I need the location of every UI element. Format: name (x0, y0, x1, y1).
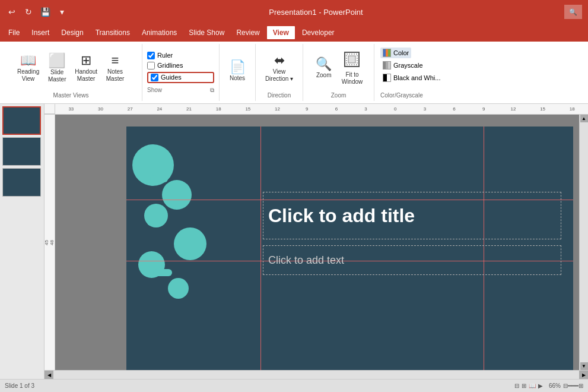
fit-window-svg (344, 51, 360, 68)
slide-master-button[interactable]: ⬜ SlideMaster (44, 51, 70, 86)
master-views-label: Master Views (53, 92, 89, 100)
menu-insert[interactable]: Insert (26, 26, 55, 39)
reading-view-icon[interactable]: 📖 (529, 382, 536, 389)
ribbon-group-direction: ⬌ ViewDirection ▾ Direction (256, 44, 303, 101)
ribbon-group-show: Ruler Gridlines Guides Show ⧉ (142, 44, 220, 101)
molecule-circle-2 (162, 180, 192, 210)
view-direction-button[interactable]: ⬌ ViewDirection ▾ (262, 52, 297, 85)
ruler-container: 33 30 27 24 21 18 15 12 9 6 3 0 3 6 9 12… (45, 104, 588, 379)
ruler-horizontal: 33 30 27 24 21 18 15 12 9 6 3 0 3 6 9 12… (45, 104, 588, 115)
scrollbar-down-button[interactable]: ▼ (580, 362, 588, 370)
color-label: Color (393, 49, 409, 56)
zoom-label: Zoom (316, 72, 332, 79)
guide-vertical-1 (260, 127, 261, 370)
notes-master-label: Notes Master (106, 68, 125, 83)
notes-button[interactable]: 📄 Notes (224, 58, 250, 84)
black-white-swatch (383, 74, 391, 82)
slide-canvas[interactable]: Click to add title Click to add text (55, 115, 579, 370)
slide-thumb-inner-2 (3, 138, 40, 165)
scrollbar-left-button[interactable]: ◀ (45, 371, 53, 380)
handout-master-label: Handout Master (75, 68, 97, 83)
handout-master-button[interactable]: ⊞ Handout Master (71, 52, 101, 85)
zoom-icon: 🔍 (316, 58, 332, 71)
show-expand-icon[interactable]: ⧉ (210, 87, 214, 94)
ruler-vertical: 48 45 42 39 36 33 30 27 (45, 115, 55, 370)
grayscale-swatch (383, 61, 391, 69)
scrollbar-right-button[interactable]: ▶ (579, 371, 588, 380)
zoom-group-label: Zoom (331, 92, 347, 100)
zoom-button[interactable]: 🔍 Zoom (311, 55, 337, 81)
menu-review[interactable]: Review (230, 26, 265, 39)
ribbon-group-master-views: 📖 ReadingView ⬜ SlideMaster ⊞ Handout Ma… (0, 44, 142, 101)
guides-checkbox[interactable] (151, 74, 158, 81)
reading-view-button[interactable]: 📖 ReadingView (14, 52, 43, 85)
slide-master-label: SlideMaster (48, 69, 66, 83)
menu-design[interactable]: Design (55, 26, 89, 39)
grayscale-label: Grayscale (393, 62, 423, 69)
normal-view-icon[interactable]: ⊟ (514, 382, 519, 389)
ruler-checkbox-row[interactable]: Ruler (147, 52, 214, 59)
scrollbar-up-button[interactable]: ▲ (580, 115, 588, 122)
ribbon-group-notes: 📄 Notes (220, 44, 256, 101)
gridlines-checkbox-row[interactable]: Gridlines (147, 62, 214, 69)
grayscale-button[interactable]: Grayscale (380, 60, 425, 71)
zoom-level: 66% (549, 382, 561, 389)
slide-thumb-1[interactable] (2, 106, 41, 135)
ribbon-group-color: Color Grayscale Black and Whi... Color/G… (374, 44, 457, 101)
slide-content: Click to add title Click to add text (126, 127, 573, 370)
menu-developer[interactable]: Developer (296, 26, 341, 39)
color-group-label: Color/Grayscale (380, 92, 423, 100)
ruler-label[interactable]: Ruler (157, 52, 173, 59)
title-bar: ↩ ↻ 💾 ▾ Presentation1 - PowerPoint 🔍 (0, 0, 588, 24)
master-views-buttons: 📖 ReadingView ⬜ SlideMaster ⊞ Handout Ma… (14, 45, 128, 91)
menu-transitions[interactable]: Transitions (90, 26, 136, 39)
reading-view-icon: 📖 (20, 54, 36, 67)
molecule-connector-1 (150, 175, 168, 182)
menu-slideshow[interactable]: Slide Show (183, 26, 230, 39)
black-white-button[interactable]: Black and Whi... (380, 72, 443, 83)
slideshow-icon[interactable]: ▶ (538, 382, 543, 389)
view-direction-icon: ⬌ (274, 54, 285, 67)
guides-label[interactable]: Guides (161, 74, 182, 81)
gridlines-checkbox[interactable] (147, 62, 155, 69)
slide-master-icon: ⬜ (48, 53, 66, 68)
fit-to-window-icon (344, 51, 360, 70)
back-icon[interactable]: ↩ (6, 6, 18, 18)
zoom-slider[interactable]: ⊟━━━⊞ (563, 382, 583, 389)
menu-file[interactable]: File (2, 26, 26, 39)
menu-view[interactable]: View (266, 25, 296, 40)
molecule-connector-2 (147, 219, 164, 226)
menu-bar: File Insert Design Transitions Animation… (0, 24, 588, 42)
guides-checkbox-row[interactable]: Guides (147, 72, 214, 83)
notes-master-button[interactable]: ≡ Notes Master (102, 52, 128, 85)
ruler-row: 48 45 42 39 36 33 30 27 (45, 115, 588, 370)
gridlines-label[interactable]: Gridlines (157, 62, 183, 69)
molecule-connector-3 (153, 269, 172, 276)
view-buttons[interactable]: ⊟ ⊞ 📖 ▶ (514, 382, 543, 389)
reading-view-label: ReadingView (17, 68, 39, 83)
save-icon[interactable]: 💾 (39, 6, 51, 18)
show-group-label: Show (147, 87, 162, 93)
scrollbar-horizontal[interactable]: ◀ ▶ (45, 370, 588, 379)
ruler-checkbox[interactable] (147, 52, 155, 59)
text-placeholder-text: Click to add text (268, 254, 344, 267)
slide-thumb-3[interactable] (2, 168, 41, 197)
direction-group-label: Direction (268, 92, 291, 100)
customize-icon[interactable]: ▾ (56, 6, 68, 18)
redo-icon[interactable]: ↻ (23, 6, 34, 18)
slide-thumb-2[interactable] (2, 137, 41, 166)
slide-sorter-icon[interactable]: ⊞ (522, 382, 526, 389)
scrollbar-vertical[interactable]: ▲ ▼ (579, 115, 588, 370)
fit-to-window-label: Fit toWindow (342, 71, 363, 86)
menu-animations[interactable]: Animations (136, 26, 183, 39)
text-placeholder[interactable]: Click to add text (263, 245, 561, 275)
search-button[interactable]: 🔍 (564, 5, 582, 19)
molecule-circle-6 (168, 278, 189, 299)
fit-to-window-button[interactable]: Fit toWindow (338, 49, 367, 88)
molecule-circle-4 (174, 227, 206, 260)
title-placeholder[interactable]: Click to add title (263, 192, 561, 239)
slide-panel[interactable] (0, 104, 45, 379)
color-button[interactable]: Color (380, 48, 411, 58)
slide-thumb-inner-1 (4, 108, 40, 134)
black-white-label: Black and Whi... (393, 74, 440, 81)
